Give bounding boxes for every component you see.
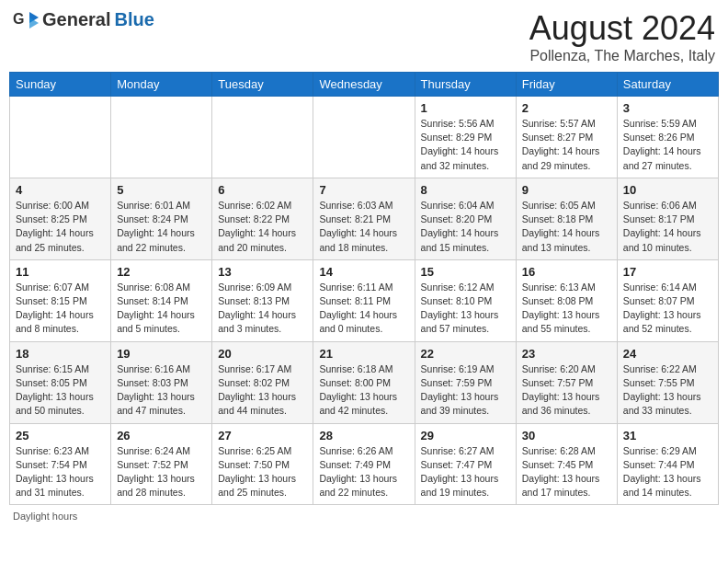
table-row <box>212 97 313 178</box>
day-number: 30 <box>522 429 611 442</box>
day-number: 10 <box>623 183 712 197</box>
logo-general-text: General <box>42 9 110 30</box>
day-info: Sunrise: 6:04 AM Sunset: 8:20 PM Dayligh… <box>421 199 510 255</box>
day-info: Sunrise: 6:28 AM Sunset: 7:45 PM Dayligh… <box>522 444 611 500</box>
calendar-table: Sunday Monday Tuesday Wednesday Thursday… <box>9 72 719 505</box>
col-wednesday: Wednesday <box>313 73 415 97</box>
logo-blue-text: Blue <box>114 9 154 30</box>
day-info: Sunrise: 6:08 AM Sunset: 8:14 PM Dayligh… <box>117 281 206 337</box>
table-row: 15Sunrise: 6:12 AM Sunset: 8:10 PM Dayli… <box>415 259 516 341</box>
calendar-week-row: 4Sunrise: 6:00 AM Sunset: 8:25 PM Daylig… <box>10 178 719 259</box>
table-row: 11Sunrise: 6:07 AM Sunset: 8:15 PM Dayli… <box>10 259 111 341</box>
day-number: 25 <box>16 429 105 442</box>
table-row: 17Sunrise: 6:14 AM Sunset: 8:07 PM Dayli… <box>617 259 718 341</box>
page-header: G GeneralBlue August 2024 Pollenza, The … <box>9 9 719 64</box>
day-info: Sunrise: 6:03 AM Sunset: 8:21 PM Dayligh… <box>319 199 408 255</box>
calendar-week-row: 18Sunrise: 6:15 AM Sunset: 8:05 PM Dayli… <box>10 341 719 423</box>
day-info: Sunrise: 6:11 AM Sunset: 8:11 PM Dayligh… <box>319 281 408 337</box>
day-info: Sunrise: 6:24 AM Sunset: 7:52 PM Dayligh… <box>117 444 206 500</box>
table-row: 3Sunrise: 5:59 AM Sunset: 8:26 PM Daylig… <box>617 97 718 178</box>
table-row: 21Sunrise: 6:18 AM Sunset: 8:00 PM Dayli… <box>313 341 415 423</box>
table-row: 10Sunrise: 6:06 AM Sunset: 8:17 PM Dayli… <box>617 178 718 259</box>
day-info: Sunrise: 5:56 AM Sunset: 8:29 PM Dayligh… <box>421 117 510 173</box>
table-row: 22Sunrise: 6:19 AM Sunset: 7:59 PM Dayli… <box>415 341 516 423</box>
day-number: 16 <box>522 265 611 279</box>
day-info: Sunrise: 6:29 AM Sunset: 7:44 PM Dayligh… <box>623 444 712 500</box>
day-info: Sunrise: 6:05 AM Sunset: 8:18 PM Dayligh… <box>522 199 611 255</box>
day-info: Sunrise: 6:14 AM Sunset: 8:07 PM Dayligh… <box>623 281 712 337</box>
table-row: 18Sunrise: 6:15 AM Sunset: 8:05 PM Dayli… <box>10 341 111 423</box>
day-number: 27 <box>218 429 307 442</box>
col-tuesday: Tuesday <box>212 73 313 97</box>
day-number: 18 <box>16 347 105 361</box>
day-info: Sunrise: 6:07 AM Sunset: 8:15 PM Dayligh… <box>16 281 105 337</box>
day-number: 4 <box>16 183 105 197</box>
month-title: August 2024 <box>529 9 715 48</box>
day-info: Sunrise: 6:20 AM Sunset: 7:57 PM Dayligh… <box>522 362 611 419</box>
table-row: 4Sunrise: 6:00 AM Sunset: 8:25 PM Daylig… <box>10 178 111 259</box>
day-info: Sunrise: 6:13 AM Sunset: 8:08 PM Dayligh… <box>522 281 611 337</box>
day-info: Sunrise: 6:25 AM Sunset: 7:50 PM Dayligh… <box>218 444 307 500</box>
table-row: 24Sunrise: 6:22 AM Sunset: 7:55 PM Dayli… <box>617 341 718 423</box>
table-row: 8Sunrise: 6:04 AM Sunset: 8:20 PM Daylig… <box>415 178 516 259</box>
day-info: Sunrise: 6:15 AM Sunset: 8:05 PM Dayligh… <box>16 362 105 419</box>
calendar-week-row: 1Sunrise: 5:56 AM Sunset: 8:29 PM Daylig… <box>10 97 719 178</box>
day-number: 1 <box>421 101 510 115</box>
table-row: 1Sunrise: 5:56 AM Sunset: 8:29 PM Daylig… <box>415 97 516 178</box>
table-row: 26Sunrise: 6:24 AM Sunset: 7:52 PM Dayli… <box>111 423 212 505</box>
day-number: 7 <box>319 183 408 197</box>
table-row <box>111 97 212 178</box>
day-info: Sunrise: 6:17 AM Sunset: 8:02 PM Dayligh… <box>218 362 307 419</box>
table-row: 25Sunrise: 6:23 AM Sunset: 7:54 PM Dayli… <box>10 423 111 505</box>
table-row <box>313 97 415 178</box>
day-number: 17 <box>623 265 712 279</box>
col-sunday: Sunday <box>10 73 111 97</box>
day-number: 12 <box>117 265 206 279</box>
logo-icon: G <box>13 10 39 30</box>
day-number: 22 <box>421 347 510 361</box>
day-info: Sunrise: 6:19 AM Sunset: 7:59 PM Dayligh… <box>421 362 510 419</box>
calendar-week-row: 25Sunrise: 6:23 AM Sunset: 7:54 PM Dayli… <box>10 423 719 505</box>
day-info: Sunrise: 6:23 AM Sunset: 7:54 PM Dayligh… <box>16 444 105 500</box>
table-row: 6Sunrise: 6:02 AM Sunset: 8:22 PM Daylig… <box>212 178 313 259</box>
day-info: Sunrise: 6:12 AM Sunset: 8:10 PM Dayligh… <box>421 281 510 337</box>
day-info: Sunrise: 6:02 AM Sunset: 8:22 PM Dayligh… <box>218 199 307 255</box>
calendar-week-row: 11Sunrise: 6:07 AM Sunset: 8:15 PM Dayli… <box>10 259 719 341</box>
table-row: 28Sunrise: 6:26 AM Sunset: 7:49 PM Dayli… <box>313 423 415 505</box>
day-number: 23 <box>522 347 611 361</box>
table-row <box>10 97 111 178</box>
day-number: 21 <box>319 347 408 361</box>
table-row: 7Sunrise: 6:03 AM Sunset: 8:21 PM Daylig… <box>313 178 415 259</box>
day-number: 3 <box>623 101 712 115</box>
day-info: Sunrise: 6:22 AM Sunset: 7:55 PM Dayligh… <box>623 362 712 419</box>
day-info: Sunrise: 6:18 AM Sunset: 8:00 PM Dayligh… <box>319 362 408 419</box>
day-number: 2 <box>522 101 611 115</box>
table-row: 13Sunrise: 6:09 AM Sunset: 8:13 PM Dayli… <box>212 259 313 341</box>
day-number: 26 <box>117 429 206 442</box>
day-info: Sunrise: 6:27 AM Sunset: 7:47 PM Dayligh… <box>421 444 510 500</box>
day-number: 24 <box>623 347 712 361</box>
day-info: Sunrise: 6:26 AM Sunset: 7:49 PM Dayligh… <box>319 444 408 500</box>
logo: G GeneralBlue <box>13 9 154 30</box>
location-title: Pollenza, The Marches, Italy <box>529 48 715 64</box>
day-number: 5 <box>117 183 206 197</box>
table-row: 9Sunrise: 6:05 AM Sunset: 8:18 PM Daylig… <box>516 178 617 259</box>
table-row: 19Sunrise: 6:16 AM Sunset: 8:03 PM Dayli… <box>111 341 212 423</box>
day-info: Sunrise: 6:16 AM Sunset: 8:03 PM Dayligh… <box>117 362 206 419</box>
day-info: Sunrise: 6:00 AM Sunset: 8:25 PM Dayligh… <box>16 199 105 255</box>
day-info: Sunrise: 6:01 AM Sunset: 8:24 PM Dayligh… <box>117 199 206 255</box>
table-row: 31Sunrise: 6:29 AM Sunset: 7:44 PM Dayli… <box>617 423 718 505</box>
day-info: Sunrise: 5:57 AM Sunset: 8:27 PM Dayligh… <box>522 117 611 173</box>
table-row: 27Sunrise: 6:25 AM Sunset: 7:50 PM Dayli… <box>212 423 313 505</box>
table-row: 2Sunrise: 5:57 AM Sunset: 8:27 PM Daylig… <box>516 97 617 178</box>
col-saturday: Saturday <box>617 73 718 97</box>
col-monday: Monday <box>111 73 212 97</box>
title-block: August 2024 Pollenza, The Marches, Italy <box>529 9 715 64</box>
day-number: 14 <box>319 265 408 279</box>
table-row: 20Sunrise: 6:17 AM Sunset: 8:02 PM Dayli… <box>212 341 313 423</box>
col-friday: Friday <box>516 73 617 97</box>
day-info: Sunrise: 6:09 AM Sunset: 8:13 PM Dayligh… <box>218 281 307 337</box>
day-number: 20 <box>218 347 307 361</box>
svg-text:G: G <box>13 11 24 27</box>
day-number: 15 <box>421 265 510 279</box>
